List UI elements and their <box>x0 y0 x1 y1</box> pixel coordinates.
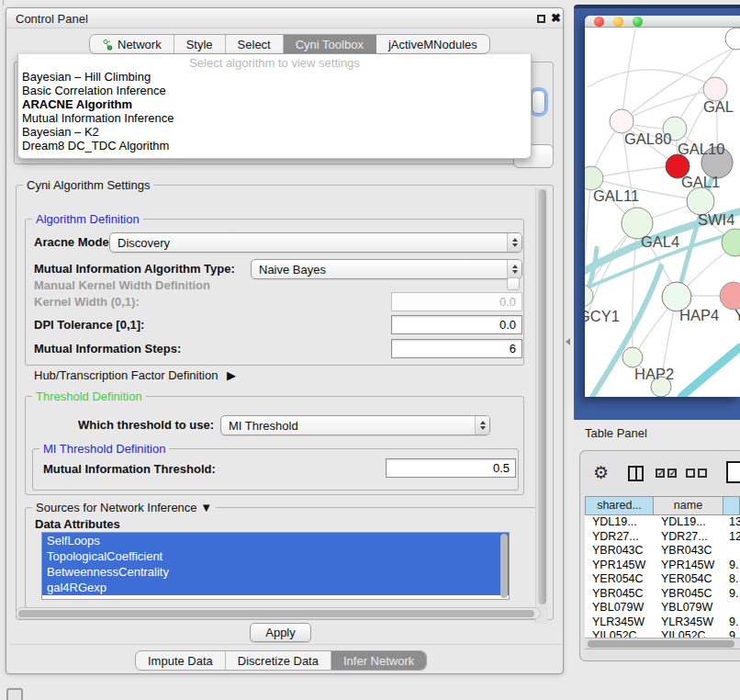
table-cell[interactable]: 8. <box>723 572 740 587</box>
which-threshold-combo[interactable]: MI Threshold <box>220 415 490 435</box>
node-salmon[interactable] <box>720 282 740 310</box>
attribute-list-item[interactable]: TopologicalCoefficient <box>42 548 509 564</box>
dpi-tolerance-label: DPI Tolerance [0,1]: <box>34 318 144 333</box>
table-cell[interactable]: YPR145W <box>585 559 654 573</box>
table-cell[interactable]: YDL19... <box>654 515 723 530</box>
table-cell[interactable]: YBL079W <box>654 601 723 615</box>
table-cell[interactable] <box>723 601 740 615</box>
float-icon[interactable] <box>537 15 545 23</box>
mi-type-combo[interactable]: Naive Bayes <box>251 259 522 279</box>
tab-select[interactable]: Select <box>226 35 284 53</box>
bottom-left-partial-button[interactable] <box>6 688 23 700</box>
table-cell[interactable]: YDL19... <box>585 515 654 530</box>
node-partial[interactable] <box>725 28 740 50</box>
expand-right-icon[interactable]: ▶ <box>227 368 236 383</box>
settings-horizontal-scrollbar[interactable] <box>16 607 541 619</box>
zoom-traffic-light-icon[interactable] <box>633 17 643 27</box>
close-icon[interactable]: ✖ <box>551 11 561 25</box>
unchecked-checkbox-icon[interactable] <box>698 469 707 478</box>
tab-label: Select <box>238 38 271 51</box>
algorithm-option[interactable]: Basic Correlation Inference <box>18 84 531 97</box>
document-icon[interactable] <box>726 461 740 483</box>
collapse-down-icon[interactable]: ▼ <box>200 501 212 514</box>
attribute-list-item[interactable]: SelfLoops <box>42 533 509 548</box>
table-cell[interactable]: 9. <box>723 559 740 573</box>
table-cell[interactable]: YBL079W <box>585 601 654 615</box>
table-cell[interactable]: 13 <box>723 515 740 530</box>
mi-threshold-definition-title: MI Threshold Definition <box>39 442 169 456</box>
table-cell[interactable] <box>723 544 740 559</box>
network-window-titlebar <box>585 16 740 28</box>
table-cell[interactable]: YER054C <box>654 572 723 587</box>
tab-discretize-data[interactable]: Discretize Data <box>226 651 331 670</box>
scrollbar-thumb[interactable] <box>18 610 534 617</box>
algorithm-option[interactable]: Bayesian – K2 <box>18 125 531 139</box>
network-canvas[interactable]: GAL GAL80 GAL10 GAL1 GAL11 SWI4 GAL4 GCY… <box>585 28 740 397</box>
threshold-definition-title: Threshold Definition <box>32 390 146 403</box>
tab-style[interactable]: Style <box>174 35 226 53</box>
attribute-list-item[interactable]: gal4RGexp <box>42 580 509 595</box>
column-header-name[interactable]: name <box>654 496 723 515</box>
sources-title[interactable]: Sources for Network Inference ▼ <box>32 501 216 514</box>
manual-kernel-checkbox[interactable] <box>507 277 520 290</box>
combo-stepper-icon <box>475 416 489 435</box>
tab-infer-network[interactable]: Infer Network <box>331 651 426 670</box>
table-cell[interactable]: YBR045C <box>585 587 654 602</box>
table-cell[interactable]: YDR27... <box>585 530 654 545</box>
tab-impute-data[interactable]: Impute Data <box>136 651 226 670</box>
minimize-traffic-light-icon[interactable] <box>613 17 623 27</box>
scrollbar-thumb[interactable] <box>588 640 734 648</box>
apply-button[interactable]: Apply <box>250 623 311 642</box>
gear-icon[interactable]: ⚙ <box>593 462 609 483</box>
attribute-list-item[interactable]: BetweennessCentrality <box>42 564 509 580</box>
table-cell[interactable]: YPR145W <box>654 559 723 573</box>
table-cell[interactable]: YBR043C <box>654 544 723 559</box>
table-row: YPR145WYPR145W9. <box>585 559 740 573</box>
node-hap2[interactable] <box>622 347 643 367</box>
tab-jactivemnodules[interactable]: jActiveMNodules <box>376 35 489 53</box>
algorithm-combo-stepper-icon[interactable] <box>532 90 545 114</box>
table-cell[interactable]: 9. <box>723 587 740 602</box>
checked-checkbox-icon[interactable]: ✓ <box>656 469 665 478</box>
unchecked-checkbox-icon[interactable] <box>686 469 695 478</box>
mi-threshold-field[interactable] <box>386 458 516 478</box>
panel-splitter-handle[interactable] <box>566 338 570 345</box>
column-header-shared[interactable]: shared... <box>585 496 654 515</box>
table-cell[interactable]: YLR345W <box>654 615 723 630</box>
list-scrollbar[interactable] <box>500 534 508 598</box>
tab-cyni-toolbox[interactable]: Cyni Toolbox <box>284 35 376 53</box>
hub-tf-definition-toggle[interactable]: Hub/Transcription Factor Definition ▶ <box>34 368 236 383</box>
mi-threshold-label: Mutual Information Threshold: <box>43 462 216 477</box>
table-cell[interactable]: 9. <box>723 615 740 630</box>
algorithm-dropdown-popup: Select algorithm to view settings Bayesi… <box>17 54 532 159</box>
algorithm-option[interactable]: Mutual Information Inference <box>18 111 531 125</box>
tab-label: Infer Network <box>343 654 414 668</box>
table-cell[interactable]: YDR27... <box>654 530 723 545</box>
algorithm-option[interactable]: Dream8 DC_TDC Algorithm <box>18 139 531 152</box>
settings-vertical-scrollbar[interactable] <box>535 187 548 624</box>
table-cell[interactable]: YBR043C <box>585 544 654 559</box>
table-cell[interactable]: YBR045C <box>654 587 723 602</box>
table-panel-title: Table Panel <box>585 426 647 440</box>
table-horizontal-scrollbar[interactable] <box>585 638 740 649</box>
mi-steps-label: Mutual Information Steps: <box>34 342 181 356</box>
kernel-width-field[interactable] <box>391 292 522 311</box>
table-cell[interactable]: YLR345W <box>585 615 654 630</box>
node-label: Y <box>734 307 740 323</box>
algorithm-option[interactable]: Bayesian – Hill Climbing <box>18 70 531 84</box>
checked-checkbox-icon[interactable]: ✓ <box>667 469 677 478</box>
tab-network[interactable]: Network <box>90 35 174 53</box>
scrollbar-thumb[interactable] <box>538 189 546 604</box>
close-traffic-light-icon[interactable] <box>594 17 604 27</box>
table-cell[interactable]: 12 <box>723 530 740 545</box>
dpi-tolerance-field[interactable] <box>391 315 522 334</box>
aracne-mode-combo[interactable]: Discovery <box>109 232 522 253</box>
mi-steps-field[interactable] <box>391 339 522 358</box>
node-green-right[interactable] <box>722 229 740 256</box>
table-cell[interactable]: YER054C <box>585 572 654 587</box>
network-icon <box>102 39 113 51</box>
column-header-cut[interactable] <box>723 496 740 515</box>
split-columns-icon[interactable] <box>628 466 644 481</box>
algorithm-option[interactable]: ARACNE Algorithm <box>18 97 531 111</box>
node-label: GCY1 <box>585 308 620 324</box>
